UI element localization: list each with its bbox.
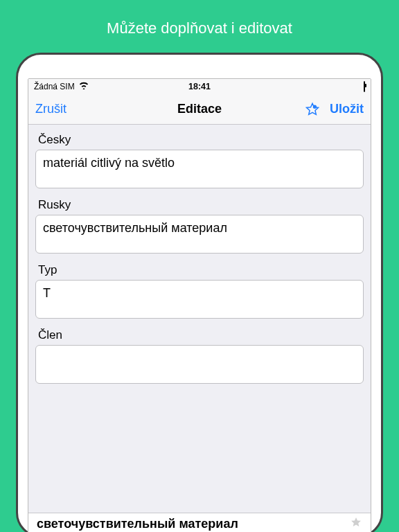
star-icon <box>350 516 362 532</box>
field-article-label: Člen <box>35 324 364 345</box>
field-article-input[interactable] <box>35 345 364 384</box>
field-russian-input[interactable]: светочувствительный материал <box>35 215 364 254</box>
field-type: Typ T <box>28 258 371 323</box>
status-bar: Žádná SIM 18:41 <box>28 79 371 94</box>
battery-icon <box>364 82 365 91</box>
screen: Žádná SIM 18:41 Zrušit Editace <box>28 78 371 532</box>
cancel-button[interactable]: Zrušit <box>35 102 66 116</box>
clock-text: 18:41 <box>28 82 371 91</box>
tablet-frame: Žádná SIM 18:41 Zrušit Editace <box>16 53 383 532</box>
field-type-input[interactable]: T <box>35 280 364 319</box>
footer-term: светочувствительный материал <box>37 517 238 531</box>
field-article: Člen <box>28 323 371 388</box>
footer-row: светочувствительный материал <box>28 513 371 532</box>
svg-point-1 <box>314 106 316 107</box>
field-czech-input[interactable]: materiál citlivý na světlo <box>35 150 364 188</box>
star-outline-icon <box>305 102 320 117</box>
field-czech: Česky materiál citlivý na světlo <box>28 127 371 193</box>
field-type-label: Typ <box>35 259 364 280</box>
favorite-button[interactable] <box>305 102 320 117</box>
field-czech-label: Česky <box>35 129 364 150</box>
form-area: Česky materiál citlivý na světlo Rusky с… <box>28 125 371 513</box>
field-russian: Rusky светочувствительный материал <box>28 193 371 258</box>
promo-headline: Můžete doplňovat i editovat <box>0 0 399 53</box>
save-button[interactable]: Uložit <box>330 102 364 116</box>
field-russian-label: Rusky <box>35 194 364 215</box>
nav-bar: Zrušit Editace Uložit <box>28 94 371 125</box>
